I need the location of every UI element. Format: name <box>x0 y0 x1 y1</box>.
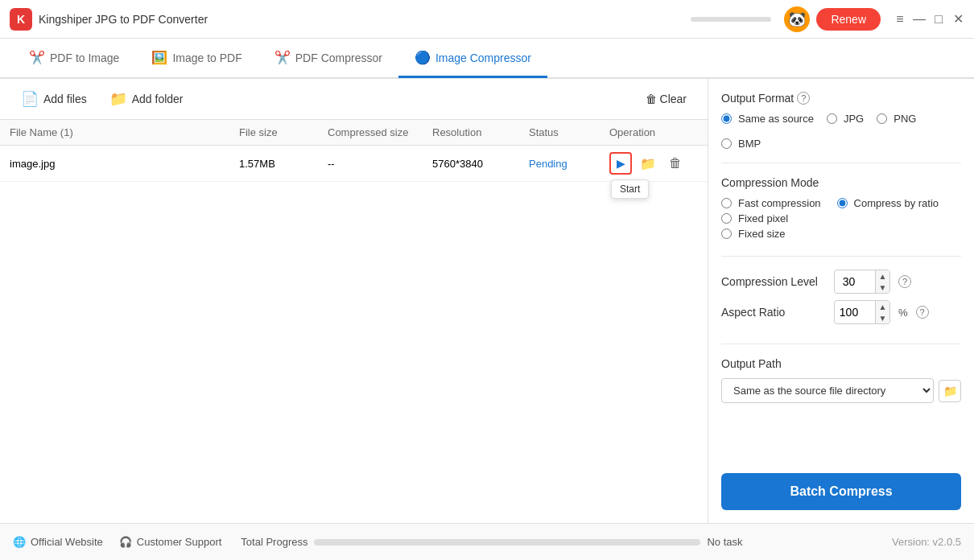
compression-level-down[interactable]: ▼ <box>875 282 889 293</box>
progress-area: Total Progress No task <box>241 536 742 548</box>
compression-level-input-wrapper: ▲ ▼ <box>834 270 890 294</box>
mode-pixel-radio[interactable] <box>721 213 732 224</box>
operation-buttons: ▶ Start 📁 🗑 <box>609 152 698 175</box>
footer-left: 🌐 Official Website 🎧 Customer Support To… <box>13 536 743 548</box>
minimize-icon[interactable]: — <box>913 13 926 26</box>
col-compressed: Compressed size <box>328 126 432 138</box>
format-same-as-source[interactable]: Same as source <box>721 113 814 125</box>
file-name: image.jpg <box>10 158 239 170</box>
divider-3 <box>721 344 961 344</box>
mode-pixel[interactable]: Fixed pixel <box>721 212 788 224</box>
format-bmp-radio[interactable] <box>721 138 732 149</box>
compression-level-label: Compression Level <box>721 275 826 288</box>
col-resolution: Resolution <box>432 126 529 138</box>
start-button[interactable]: ▶ Start <box>609 152 632 175</box>
mode-fast[interactable]: Fast compression <box>721 197 821 209</box>
menu-icon[interactable]: ≡ <box>894 13 906 26</box>
col-filesize: File size <box>239 126 328 138</box>
titlebar: K Kingshiper JPG to PDF Converter 🐼 Rene… <box>0 0 974 39</box>
output-path-row: Same as the source file directory 📁 <box>721 378 961 403</box>
add-files-button[interactable]: 📄 Add files <box>13 87 95 111</box>
titlebar-progress-bar <box>691 17 771 22</box>
tab-image-to-pdf-label: Image to PDF <box>172 51 241 64</box>
pdf-compressor-icon: ✂️ <box>274 50 291 65</box>
delete-button[interactable]: 🗑 <box>664 152 687 175</box>
output-format-help-icon[interactable]: ? <box>797 92 810 105</box>
pdf-to-image-icon: ✂️ <box>29 50 45 65</box>
renew-button[interactable]: Renew <box>816 8 881 31</box>
app-icon: K <box>10 8 32 31</box>
format-png[interactable]: PNG <box>877 113 916 125</box>
aspect-ratio-row: Aspect Ratio ▲ ▼ % ? <box>721 300 961 324</box>
format-png-radio[interactable] <box>877 113 887 124</box>
mode-ratio[interactable]: Compress by ratio <box>837 197 939 209</box>
format-jpg[interactable]: JPG <box>827 113 864 125</box>
customer-support-label: Customer Support <box>137 536 222 548</box>
tab-image-to-pdf[interactable]: 🖼️ Image to PDF <box>135 39 258 78</box>
compression-mode-title: Compression Mode <box>721 176 961 189</box>
tab-image-compressor[interactable]: 🔵 Image Compressor <box>398 39 547 78</box>
compression-level-help-icon[interactable]: ? <box>898 275 911 288</box>
aspect-ratio-input[interactable] <box>835 303 875 322</box>
aspect-ratio-label: Aspect Ratio <box>721 306 826 319</box>
nav-tabs: ✂️ PDF to Image 🖼️ Image to PDF ✂️ PDF C… <box>0 39 974 79</box>
tab-pdf-to-image[interactable]: ✂️ PDF to Image <box>13 39 135 78</box>
status-badge: Pending <box>529 158 609 170</box>
output-format-options: Same as source JPG PNG BMP <box>721 113 961 150</box>
official-website-label: Official Website <box>31 536 103 548</box>
mode-size-radio[interactable] <box>721 229 732 239</box>
avatar: 🐼 <box>784 6 810 32</box>
aspect-ratio-help-icon[interactable]: ? <box>916 306 929 319</box>
add-folder-button[interactable]: 📁 Add folder <box>101 87 192 111</box>
browse-folder-icon: 📁 <box>943 385 957 397</box>
left-panel: 📄 Add files 📁 Add folder 🗑 Clear File Na… <box>0 79 708 523</box>
app-title: Kingshiper JPG to PDF Converter <box>39 13 684 26</box>
right-panel-spacer <box>721 416 961 460</box>
customer-support-icon: 🎧 <box>119 536 132 548</box>
tab-pdf-compressor-label: PDF Compressor <box>295 51 382 64</box>
mode-ratio-radio[interactable] <box>837 198 848 208</box>
add-files-icon: 📄 <box>21 90 39 108</box>
compression-level-section: Compression Level ▲ ▼ ? Aspect Ratio ▲ ▼ <box>721 270 961 331</box>
compression-level-input[interactable] <box>835 272 875 291</box>
mode-fast-radio[interactable] <box>721 198 732 208</box>
table-row: image.jpg 1.57MB -- 5760*3840 Pending ▶ … <box>0 146 708 182</box>
batch-compress-button[interactable]: Batch Compress <box>721 473 961 510</box>
compression-level-up[interactable]: ▲ <box>875 270 889 282</box>
total-progress-bar <box>314 539 700 546</box>
output-path-select[interactable]: Same as the source file directory <box>721 378 934 403</box>
resolution: 5760*3840 <box>432 158 529 170</box>
clear-button[interactable]: 🗑 Clear <box>638 89 695 109</box>
output-format-title: Output Format ? <box>721 92 961 105</box>
col-status: Status <box>529 126 609 138</box>
output-path-browse-button[interactable]: 📁 <box>939 380 961 402</box>
customer-support-link[interactable]: 🎧 Customer Support <box>119 536 222 548</box>
window-controls: ≡ — □ ✕ <box>894 13 964 26</box>
tab-image-compressor-label: Image Compressor <box>435 51 531 64</box>
footer-links: 🌐 Official Website 🎧 Customer Support <box>13 536 221 548</box>
output-format-section: Output Format ? Same as source JPG PNG <box>721 92 961 150</box>
compression-mode-row-1: Fast compression Compress by ratio <box>721 197 961 209</box>
official-website-icon: 🌐 <box>13 536 26 548</box>
maximize-icon[interactable]: □ <box>932 13 945 26</box>
output-path-section: Output Path Same as the source file dire… <box>721 357 961 403</box>
compressed-size: -- <box>328 158 432 170</box>
table-header: File Name (1) File size Compressed size … <box>0 120 708 146</box>
mode-size[interactable]: Fixed size <box>721 228 786 240</box>
format-jpg-radio[interactable] <box>827 113 837 124</box>
tab-pdf-compressor[interactable]: ✂️ PDF Compressor <box>258 39 398 78</box>
col-operation: Operation <box>609 126 698 138</box>
add-files-label: Add files <box>43 93 87 105</box>
output-path-title: Output Path <box>721 357 961 370</box>
format-bmp[interactable]: BMP <box>721 138 761 150</box>
official-website-link[interactable]: 🌐 Official Website <box>13 536 103 548</box>
aspect-ratio-down[interactable]: ▼ <box>875 312 889 323</box>
close-icon[interactable]: ✕ <box>951 13 964 26</box>
footer: 🌐 Official Website 🎧 Customer Support To… <box>0 523 974 560</box>
pct-label: % <box>898 307 908 319</box>
aspect-ratio-up[interactable]: ▲ <box>875 301 889 312</box>
open-folder-button[interactable]: 📁 <box>637 152 659 175</box>
format-same-radio[interactable] <box>721 113 732 124</box>
version-label: Version: v2.0.5 <box>892 536 961 548</box>
tab-pdf-to-image-label: PDF to Image <box>50 51 119 64</box>
